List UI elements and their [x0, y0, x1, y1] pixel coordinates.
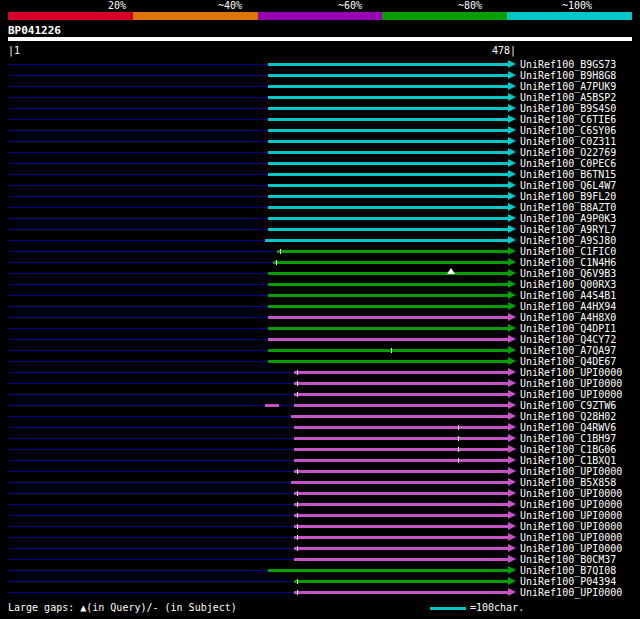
- hit-label[interactable]: UniRef100_A5BSP2: [520, 92, 616, 103]
- hit-label[interactable]: UniRef100_Q4RWV6: [520, 422, 616, 433]
- hit-bar-segment[interactable]: [265, 404, 279, 407]
- hit-label[interactable]: UniRef100_A9P0K3: [520, 213, 616, 224]
- hit-label[interactable]: UniRef100_UPI0000: [520, 488, 622, 499]
- hit-bar[interactable]: [294, 437, 508, 440]
- hit-bar[interactable]: [268, 96, 508, 99]
- hit-label[interactable]: UniRef100_Q4DPI1: [520, 323, 616, 334]
- hit-bar[interactable]: [294, 558, 508, 561]
- hit-label[interactable]: UniRef100_C0Z311: [520, 136, 616, 147]
- hit-bar[interactable]: [268, 228, 508, 231]
- hit-label[interactable]: UniRef100_UPI0000: [520, 521, 622, 532]
- hit-bar[interactable]: [268, 85, 508, 88]
- hit-label[interactable]: UniRef100_C6TIE6: [520, 114, 616, 125]
- hit-label[interactable]: UniRef100_C0PEC6: [520, 158, 616, 169]
- hit-label[interactable]: UniRef100_B9H8G8: [520, 70, 616, 81]
- hit-label[interactable]: UniRef100_C1BG06: [520, 444, 616, 455]
- hit-bar[interactable]: [268, 569, 508, 572]
- hit-bar[interactable]: [268, 217, 508, 220]
- hit-label[interactable]: UniRef100_C1N4H6: [520, 257, 616, 268]
- hit-label[interactable]: UniRef100_C1BXQ1: [520, 455, 616, 466]
- hit-label[interactable]: UniRef100_UPI0000: [520, 510, 622, 521]
- hit-bar[interactable]: [268, 305, 508, 308]
- hit-label[interactable]: UniRef100_B8AZT0: [520, 202, 616, 213]
- hit-bar[interactable]: [294, 448, 508, 451]
- hit-bar[interactable]: [268, 206, 508, 209]
- hit-label[interactable]: UniRef100_B0CM37: [520, 554, 616, 565]
- hit-label[interactable]: UniRef100_UPI0000: [520, 499, 622, 510]
- hit-bar[interactable]: [291, 481, 508, 484]
- hit-label[interactable]: UniRef100_B9GS73: [520, 59, 616, 70]
- hit-bar[interactable]: [294, 393, 508, 396]
- hit-bar[interactable]: [294, 382, 508, 385]
- hit-label[interactable]: UniRef100_UPI0000: [520, 532, 622, 543]
- hit-bar[interactable]: [268, 173, 508, 176]
- hit-label[interactable]: UniRef100_P04394: [520, 576, 616, 587]
- hit-label[interactable]: UniRef100_UPI0000: [520, 466, 622, 477]
- hit-bar[interactable]: [294, 536, 508, 539]
- hit-bar[interactable]: [268, 184, 508, 187]
- hit-bar[interactable]: [268, 327, 508, 330]
- hit-bar[interactable]: [268, 272, 508, 275]
- hit-label[interactable]: UniRef100_A9RYL7: [520, 224, 616, 235]
- hit-bar[interactable]: [294, 470, 508, 473]
- hit-label[interactable]: UniRef100_Q6V9B3: [520, 268, 616, 279]
- hit-label[interactable]: UniRef100_A4H8X0: [520, 312, 616, 323]
- alignment-row: UniRef100_A5BSP2: [0, 92, 640, 103]
- hit-bar[interactable]: [294, 426, 508, 429]
- hit-label[interactable]: UniRef100_UPI0000: [520, 389, 622, 400]
- hit-bar[interactable]: [294, 404, 508, 407]
- hit-label[interactable]: UniRef100_B5X858: [520, 477, 616, 488]
- hit-label[interactable]: UniRef100_A7QA97: [520, 345, 616, 356]
- hit-bar[interactable]: [268, 195, 508, 198]
- hit-bar[interactable]: [277, 250, 508, 253]
- hit-bar[interactable]: [268, 118, 508, 121]
- hit-bar[interactable]: [294, 503, 508, 506]
- hit-label[interactable]: UniRef100_B9FL20: [520, 191, 616, 202]
- hit-bar[interactable]: [265, 239, 508, 242]
- hit-bar[interactable]: [273, 261, 508, 264]
- hit-label[interactable]: UniRef100_Q4DE67: [520, 356, 616, 367]
- hit-bar[interactable]: [268, 74, 508, 77]
- hit-label[interactable]: UniRef100_Q00RX3: [520, 279, 616, 290]
- hit-label[interactable]: UniRef100_Q28H02: [520, 411, 616, 422]
- hit-bar[interactable]: [268, 349, 508, 352]
- hit-label[interactable]: UniRef100_UPI0000: [520, 378, 622, 389]
- hit-label[interactable]: UniRef100_Q4CY72: [520, 334, 616, 345]
- hit-label[interactable]: UniRef100_B6TN15: [520, 169, 616, 180]
- hit-bar[interactable]: [294, 547, 508, 550]
- hit-bar[interactable]: [268, 129, 508, 132]
- hit-label[interactable]: UniRef100_UPI0000: [520, 367, 622, 378]
- hit-bar[interactable]: [294, 591, 508, 594]
- hit-label[interactable]: UniRef100_C1FIC0: [520, 246, 616, 257]
- hit-label[interactable]: UniRef100_O22769: [520, 147, 616, 158]
- hit-bar[interactable]: [268, 162, 508, 165]
- hit-label[interactable]: UniRef100_C9ZTW6: [520, 400, 616, 411]
- hit-bar[interactable]: [268, 151, 508, 154]
- hit-bar[interactable]: [294, 371, 508, 374]
- hit-bar[interactable]: [268, 294, 508, 297]
- hit-label[interactable]: UniRef100_C1BH97: [520, 433, 616, 444]
- hit-bar[interactable]: [268, 316, 508, 319]
- hit-label[interactable]: UniRef100_UPI0000: [520, 587, 622, 598]
- hit-bar[interactable]: [268, 63, 508, 66]
- hit-bar[interactable]: [268, 140, 508, 143]
- hit-bar[interactable]: [294, 514, 508, 517]
- hit-label[interactable]: UniRef100_A4S4B1: [520, 290, 616, 301]
- hit-bar[interactable]: [268, 360, 508, 363]
- hit-bar[interactable]: [294, 580, 508, 583]
- hit-bar[interactable]: [268, 338, 508, 341]
- hit-bar[interactable]: [294, 525, 508, 528]
- hit-bar[interactable]: [291, 415, 508, 418]
- hit-label[interactable]: UniRef100_B9S4S0: [520, 103, 616, 114]
- hit-label[interactable]: UniRef100_Q6L4W7: [520, 180, 616, 191]
- hit-label[interactable]: UniRef100_B7QI08: [520, 565, 616, 576]
- hit-bar[interactable]: [268, 107, 508, 110]
- hit-label[interactable]: UniRef100_UPI0000: [520, 543, 622, 554]
- hit-label[interactable]: UniRef100_A4HX94: [520, 301, 616, 312]
- hit-label[interactable]: UniRef100_A9SJ80: [520, 235, 616, 246]
- hit-label[interactable]: UniRef100_C6SY06: [520, 125, 616, 136]
- hit-bar[interactable]: [294, 459, 508, 462]
- hit-label[interactable]: UniRef100_A7PUK9: [520, 81, 616, 92]
- hit-bar[interactable]: [294, 492, 508, 495]
- hit-bar[interactable]: [268, 283, 508, 286]
